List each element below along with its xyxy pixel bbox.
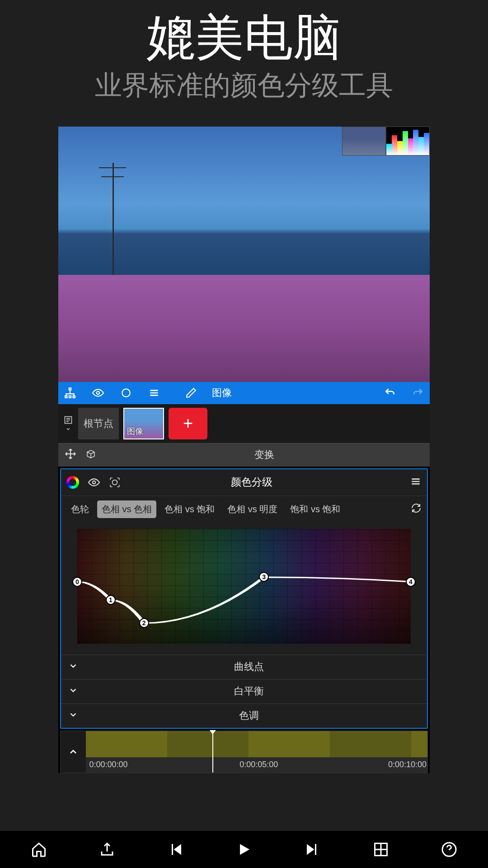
tab-hue-vs-lum[interactable]: 色相 vs 明度	[223, 500, 282, 518]
svg-rect-3	[73, 396, 75, 398]
nodes-row: 根节点 图像 +	[58, 404, 430, 443]
skip-next-icon[interactable]	[301, 839, 323, 860]
hue-curve-editor[interactable]: 01234	[77, 529, 411, 644]
curve-tabs: 色轮 色相 vs 色相 色相 vs 饱和 色相 vs 明度 饱和 vs 饱和	[61, 495, 427, 523]
toolbar-label: 图像	[212, 386, 232, 400]
curve-point[interactable]: 1	[106, 595, 116, 605]
video-preview[interactable]	[58, 127, 430, 382]
color-wheel-icon[interactable]	[66, 476, 79, 489]
root-node[interactable]: 根节点	[78, 408, 119, 439]
home-icon[interactable]	[28, 839, 50, 860]
skip-prev-icon[interactable]	[165, 839, 187, 860]
undo-icon[interactable]	[383, 386, 397, 400]
timeline-expand-icon[interactable]	[61, 731, 86, 773]
bottom-nav	[0, 831, 488, 868]
svg-rect-2	[69, 396, 71, 398]
timecode: 0:00:10:00	[388, 760, 427, 769]
move-icon[interactable]	[65, 448, 76, 462]
cube-icon[interactable]	[85, 448, 96, 461]
redo-icon[interactable]	[411, 386, 425, 400]
curve-point[interactable]: 3	[259, 572, 269, 582]
transform-bar: 变换	[58, 443, 430, 467]
section-white-balance[interactable]: 白平衡	[61, 679, 427, 703]
toolbar: 图像	[58, 382, 430, 404]
svg-rect-0	[69, 388, 71, 390]
playhead[interactable]	[212, 731, 213, 773]
panel-title: 颜色分级	[103, 475, 401, 489]
menu-icon[interactable]	[147, 386, 161, 400]
page-title: 媲美电脑	[0, 11, 488, 65]
timecode: 0:00:00:00	[89, 760, 128, 769]
page-subtitle: 业界标准的颜色分级工具	[0, 67, 488, 104]
section-tint[interactable]: 色调	[61, 703, 427, 728]
timecode: 0:00:05:00	[239, 760, 278, 769]
layout-icon[interactable]	[370, 839, 392, 860]
tab-color-wheel[interactable]: 色轮	[66, 500, 94, 518]
play-icon[interactable]	[233, 839, 255, 860]
pencil-icon[interactable]	[184, 386, 198, 400]
curve-point[interactable]: 2	[139, 618, 149, 628]
tab-hue-vs-hue[interactable]: 色相 vs 色相	[97, 500, 156, 518]
chevron-down-icon	[68, 710, 78, 722]
timeline[interactable]: 0:00:00:00 0:00:05:00 0:00:10:00	[60, 731, 428, 773]
svg-point-5	[122, 389, 130, 397]
transform-label: 变换	[105, 448, 423, 462]
eye-icon[interactable]	[91, 386, 105, 400]
section-curve-points[interactable]: 曲线点	[61, 655, 427, 679]
nodes-list-toggle[interactable]	[63, 415, 74, 432]
preview-thumbnail[interactable]	[342, 127, 386, 156]
histogram-scope[interactable]	[386, 127, 430, 156]
svg-point-4	[97, 392, 100, 395]
circle-icon[interactable]	[119, 386, 133, 400]
chevron-down-icon	[68, 661, 78, 673]
panel-menu-icon[interactable]	[410, 476, 422, 489]
tab-hue-vs-sat[interactable]: 色相 vs 饱和	[160, 500, 219, 518]
help-icon[interactable]	[438, 839, 460, 860]
visibility-icon[interactable]	[88, 475, 100, 490]
image-node[interactable]: 图像	[123, 408, 164, 439]
color-grading-panel: 颜色分级 色轮 色相 vs 色相 色相 vs 饱和 色相 vs 明度 饱和 vs…	[60, 468, 428, 729]
curve-point[interactable]: 4	[406, 577, 416, 587]
share-icon[interactable]	[96, 839, 118, 860]
curve-point[interactable]: 0	[72, 577, 82, 587]
chevron-down-icon	[68, 685, 78, 697]
add-node-button[interactable]: +	[169, 408, 207, 439]
svg-point-7	[93, 481, 96, 484]
tree-icon[interactable]	[63, 386, 77, 400]
app-frame: 图像 根节点 图像 + 变换 颜色分级 色轮 色相 vs 色相 色相 vs 饱和	[58, 127, 430, 773]
reset-curve-icon[interactable]	[411, 503, 422, 516]
tab-sat-vs-sat[interactable]: 饱和 vs 饱和	[286, 500, 345, 518]
svg-rect-1	[65, 396, 67, 398]
